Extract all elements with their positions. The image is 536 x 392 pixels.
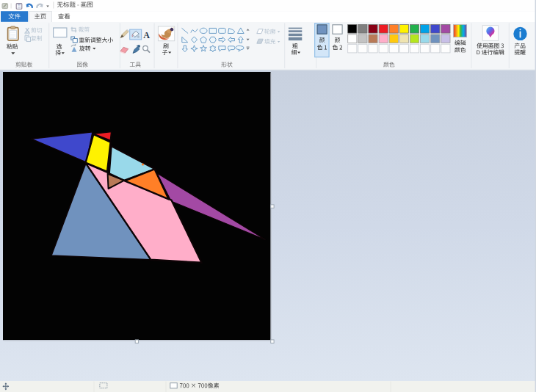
svg-text:A: A [143,30,150,40]
